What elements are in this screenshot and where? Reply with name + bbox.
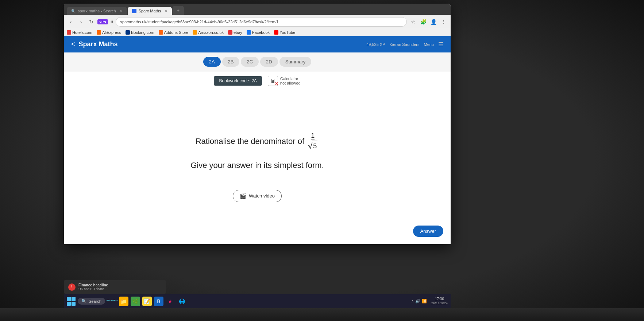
notification-content: Finance headline UK and EU share... [78,283,108,291]
sparx-tab-label: Sparx Maths [139,9,161,13]
bookmark-star[interactable]: ☆ [409,18,417,26]
calculator-not-allowed: not allowed [280,81,301,85]
sparx-tab-close[interactable]: ✕ [165,9,167,13]
bookmark-aliexpress[interactable]: AliExpress [97,30,121,35]
facebook-icon [247,30,251,35]
browser-chrome: 🔍 sparx maths - Search ✕ Sparx Maths ✕ ＋ [64,4,451,15]
facebook-label: Facebook [252,30,270,35]
bookmark-amazon[interactable]: Amazon.co.uk [193,30,224,35]
ebay-label: ebay [234,30,242,35]
answer-button[interactable]: Answer [413,226,443,237]
calculator-icon: 🖩 ✕ [268,76,278,86]
menu-button[interactable]: Menu [424,42,434,47]
tray-arrow[interactable]: ∧ [411,299,414,303]
taskbar-edge-icon[interactable]: 🌐 [177,297,187,306]
keyboard-area [0,308,644,321]
taskbar-green-icon[interactable]: 🌿 [131,297,140,306]
win-start-sq4 [72,302,76,306]
ebay-icon [228,30,232,35]
booking-label: Booking.com [131,30,154,35]
youtube-icon [274,30,278,35]
task-tabs: 2A 2B 2C 2D Summary [64,52,451,71]
aliexpress-label: AliExpress [102,30,121,35]
bookmark-youtube[interactable]: YouTube [274,30,295,35]
bookmark-ebay[interactable]: ebay [228,30,242,35]
taskbar-search[interactable]: 🔍 Search [78,298,105,305]
calculator-status: 🖩 ✕ Calculator not allowed [268,76,301,86]
bookmark-hotels[interactable]: Hotels.com [67,30,92,35]
user-name: Kieran Saunders [390,42,420,47]
tab-summary[interactable]: Summary [279,57,312,67]
bookwork-code-badge: Bookwork code: 2A [214,76,262,86]
taskbar-search-icon: 🔍 [81,299,86,304]
question-line2: Give your answer in its simplest form. [190,159,324,172]
question-text-line1: Rationalise the denominator of [196,137,304,146]
address-bar[interactable]: sparxmaths.uk/student/package/b63ae903-b… [116,17,407,27]
back-button[interactable]: ‹ [67,18,75,26]
sparx-logo-title: Sparx Maths [79,40,118,48]
hamburger-icon[interactable]: ☰ [438,41,443,48]
video-camera-icon: 🎬 [240,193,246,199]
page-content: < Sparx Maths 49,525 XP Kieran Saunders … [64,36,451,244]
vpn-badge[interactable]: VPN [97,19,108,24]
system-tray: ∧ 🔊 📶 17:30 26/11/2024 [411,297,448,306]
clock-date: 26/11/2024 [431,301,448,306]
windows-start-button[interactable] [67,297,76,306]
taskbar-blue-icon[interactable]: B [154,297,163,306]
search-tab-close[interactable]: ✕ [120,9,123,13]
header-right: 49,525 XP Kieran Saunders Menu ☰ [366,41,443,48]
clock-display: 17:30 26/11/2024 [431,297,448,306]
forward-button[interactable]: › [77,18,85,26]
watch-video-button[interactable]: 🎬 Watch video [233,190,282,202]
aliexpress-icon [97,30,101,35]
tab-2d[interactable]: 2D [260,57,278,67]
sparx-header: < Sparx Maths 49,525 XP Kieran Saunders … [64,36,451,52]
bookmark-addons[interactable]: Addons Store [159,30,189,35]
tab-sparx[interactable]: Sparx Maths ✕ [128,7,172,15]
taskbar-wavy-icon[interactable]: 〜〜 [107,297,117,306]
browser-window: 🔍 sparx maths - Search ✕ Sparx Maths ✕ ＋… [64,4,451,244]
sparx-back-button[interactable]: < [71,40,75,48]
tray-network-icon[interactable]: 🔊 [415,299,420,304]
booking-icon [126,30,130,35]
sqrt-wrapper: √ 5 [308,141,317,152]
addons-label: Addons Store [164,30,189,35]
win-start-sq1 [67,297,71,301]
tab-2b[interactable]: 2B [222,57,240,67]
bookmark-booking[interactable]: Booking.com [126,30,154,35]
youtube-label: YouTube [279,30,295,35]
taskbar-file-icon[interactable]: 📁 [119,297,128,306]
notification-popup[interactable]: ! Finance headline UK and EU share... [64,280,166,294]
browser-toolbar: ‹ › ↻ VPN ⠿ sparxmaths.uk/student/packag… [64,15,451,29]
browser-extensions[interactable]: 🧩 [419,18,427,26]
question-area: Rationalise the denominator of 1 √ 5 Giv… [64,90,451,244]
bookmark-facebook[interactable]: Facebook [247,30,270,35]
tab-2c[interactable]: 2C [241,57,259,67]
new-tab-button[interactable]: ＋ [173,6,184,15]
notification-title: Finance headline [78,283,108,287]
clock-time: 17:30 [431,297,448,301]
browser-menu[interactable]: ⋮ [440,18,448,26]
fraction-denominator: √ 5 [308,140,317,152]
win-start-sq2 [72,297,76,301]
amazon-icon [193,30,197,35]
xp-display: 49,525 XP [366,42,385,47]
tab-2a[interactable]: 2A [203,57,221,67]
reload-button[interactable]: ↻ [87,18,95,26]
hotels-icon [67,30,71,35]
watch-video-label: Watch video [249,193,275,199]
tray-volume-icon[interactable]: 📶 [422,299,427,304]
tab-search[interactable]: 🔍 sparx maths - Search ✕ [67,7,127,15]
taskbar-notes-icon[interactable]: 📝 [142,297,152,306]
hotels-label: Hotels.com [72,30,92,35]
search-tab-label: sparx maths - Search [78,9,116,13]
taskbar-star-icon[interactable]: ★ [166,297,175,306]
browser-profile[interactable]: 👤 [429,18,437,26]
windows-taskbar: 🔍 Search 〜〜 📁 🌿 📝 B ★ 🌐 ∧ 🔊 📶 17:30 26/1… [64,294,451,308]
question-line1: Rationalise the denominator of 1 √ 5 [196,132,319,152]
calculator-status-text: Calculator not allowed [280,77,301,85]
win-start-sq3 [67,302,71,306]
fraction-numerator: 1 [311,132,315,140]
menu-dots[interactable]: ⠿ [110,19,113,24]
notification-body: UK and EU share... [78,287,108,291]
